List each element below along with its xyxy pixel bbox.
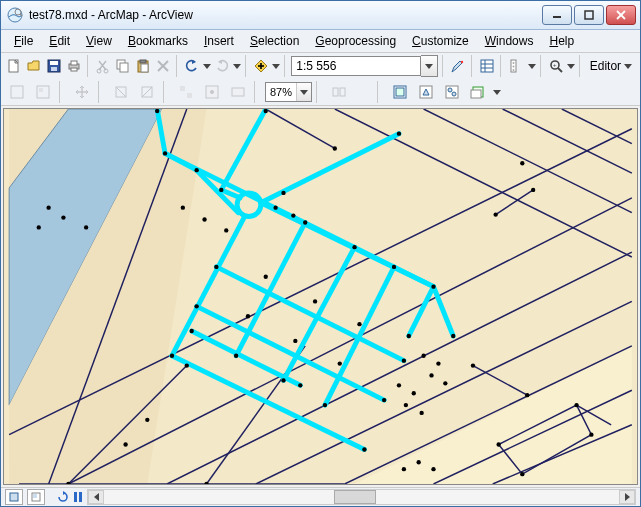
svg-point-130 <box>293 339 297 343</box>
cut-icon[interactable] <box>94 54 112 78</box>
toolbar-separator <box>59 81 66 103</box>
close-button[interactable] <box>606 5 636 25</box>
svg-point-96 <box>281 378 285 382</box>
tool-icon-6[interactable] <box>200 80 224 104</box>
scale-dropdown-button[interactable] <box>421 55 438 77</box>
tool-icon-7[interactable] <box>226 80 250 104</box>
menu-bookmarks[interactable]: Bookmarks <box>121 32 195 50</box>
svg-rect-10 <box>50 61 58 65</box>
layout-tool-icon-2[interactable] <box>31 80 55 104</box>
svg-line-45 <box>116 87 126 97</box>
delete-icon[interactable] <box>154 54 172 78</box>
menu-help[interactable]: Help <box>542 32 581 50</box>
svg-point-109 <box>397 383 401 387</box>
toolbar-separator <box>176 55 179 77</box>
scroll-right-button[interactable] <box>619 490 635 504</box>
title-bar: test78.mxd - ArcMap - ArcView <box>1 1 640 30</box>
new-document-icon[interactable] <box>5 54 23 78</box>
toolbar-separator <box>579 55 582 77</box>
save-icon[interactable] <box>45 54 63 78</box>
editor-menu[interactable]: Editor <box>586 59 636 73</box>
menu-view[interactable]: View <box>79 32 119 50</box>
menu-edit[interactable]: Edit <box>42 32 77 50</box>
tool-icon-4[interactable] <box>135 80 159 104</box>
data-frame-tool-icon-2[interactable] <box>414 80 438 104</box>
layout-view-button[interactable] <box>27 489 45 505</box>
scale-input[interactable] <box>291 56 421 76</box>
toolbar-separator <box>471 55 474 77</box>
svg-point-118 <box>574 403 578 407</box>
menu-geoprocessing[interactable]: Geoprocessing <box>308 32 403 50</box>
layout-zoom-dropdown[interactable] <box>296 83 311 101</box>
editor-toolbar-button-icon[interactable] <box>449 54 467 78</box>
svg-rect-135 <box>10 493 18 501</box>
svg-point-77 <box>219 188 223 192</box>
svg-rect-49 <box>187 93 192 98</box>
svg-point-90 <box>451 334 455 338</box>
search-icon[interactable]: + <box>547 54 565 78</box>
toolbar-separator <box>284 55 287 77</box>
pause-draw-icon[interactable] <box>73 491 83 503</box>
svg-point-89 <box>431 284 435 288</box>
svg-point-78 <box>181 206 185 210</box>
svg-point-88 <box>392 265 396 269</box>
svg-rect-52 <box>232 88 244 96</box>
table-of-contents-icon[interactable] <box>478 54 496 78</box>
svg-point-60 <box>452 92 456 96</box>
toolbar-separator <box>500 55 503 77</box>
svg-point-91 <box>407 334 411 338</box>
catalog-dropdown-icon[interactable] <box>528 55 536 77</box>
svg-point-81 <box>273 206 277 210</box>
scroll-thumb[interactable] <box>334 490 376 504</box>
scale-combo <box>291 55 438 77</box>
redo-dropdown-icon[interactable] <box>233 55 241 77</box>
catalog-icon[interactable] <box>508 54 526 78</box>
toolbar-secondary: 87% <box>1 79 640 105</box>
toolbar-separator <box>163 81 170 103</box>
layout-tool-icon-1[interactable] <box>5 80 29 104</box>
data-frame-tool-icon-1[interactable] <box>388 80 412 104</box>
chevron-down-icon <box>624 64 632 69</box>
svg-point-35 <box>512 62 514 64</box>
print-icon[interactable] <box>65 54 83 78</box>
svg-point-98 <box>362 447 366 451</box>
add-data-icon[interactable] <box>252 54 270 78</box>
data-frame-tool-icon-4[interactable] <box>466 80 490 104</box>
tool-icon-3[interactable] <box>109 80 133 104</box>
svg-point-120 <box>520 472 524 476</box>
menu-file[interactable]: File <box>7 32 40 50</box>
undo-dropdown-icon[interactable] <box>203 55 211 77</box>
svg-point-84 <box>397 132 401 136</box>
svg-point-72 <box>84 225 88 229</box>
svg-line-39 <box>558 68 562 72</box>
copy-icon[interactable] <box>114 54 132 78</box>
minimize-button[interactable] <box>542 5 572 25</box>
redo-icon[interactable] <box>213 54 231 78</box>
layout-zoom-combo: 87% <box>265 82 312 102</box>
pan-icon[interactable] <box>70 80 94 104</box>
tool-icon-5[interactable] <box>174 80 198 104</box>
svg-point-105 <box>421 354 425 358</box>
paste-icon[interactable] <box>134 54 152 78</box>
menu-windows[interactable]: Windows <box>478 32 541 50</box>
svg-point-51 <box>210 90 214 94</box>
search-dropdown-icon[interactable] <box>567 55 575 77</box>
menu-selection[interactable]: Selection <box>243 32 306 50</box>
maximize-button[interactable] <box>574 5 604 25</box>
refresh-icon[interactable] <box>57 491 69 503</box>
horizontal-scrollbar[interactable] <box>87 489 636 505</box>
data-view-button[interactable] <box>5 489 23 505</box>
data-frame-dropdown-icon[interactable] <box>492 81 502 103</box>
svg-rect-56 <box>396 88 404 96</box>
svg-point-74 <box>264 109 268 113</box>
data-frame-tool-icon-3[interactable] <box>440 80 464 104</box>
undo-icon[interactable] <box>183 54 201 78</box>
menu-customize[interactable]: Customize <box>405 32 476 50</box>
tool-icon-8[interactable] <box>327 80 351 104</box>
add-data-dropdown-icon[interactable] <box>272 55 280 77</box>
map-view[interactable] <box>3 108 638 485</box>
open-icon[interactable] <box>25 54 43 78</box>
scroll-left-button[interactable] <box>88 490 104 504</box>
window-title: test78.mxd - ArcMap - ArcView <box>29 8 542 22</box>
menu-insert[interactable]: Insert <box>197 32 241 50</box>
